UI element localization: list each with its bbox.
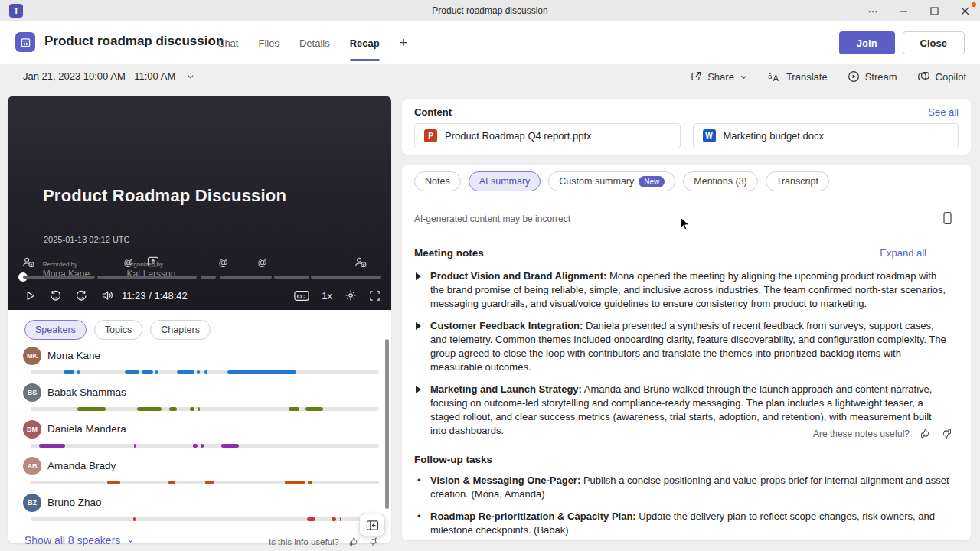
- speaker-row[interactable]: DMDaniela Mandera: [23, 420, 379, 454]
- window-minimize-button[interactable]: [888, 0, 919, 21]
- summary-tab-transcript[interactable]: Transcript: [766, 171, 829, 191]
- speech-segment[interactable]: [190, 407, 194, 411]
- file-chip[interactable]: WMarketing budget.docx: [693, 123, 959, 148]
- timeline-marker[interactable]: @: [217, 256, 229, 268]
- speech-segment[interactable]: [155, 370, 158, 374]
- timeline-marker[interactable]: [354, 256, 368, 268]
- skip-back-button[interactable]: 10: [49, 289, 62, 302]
- speech-segment[interactable]: [169, 407, 177, 411]
- speech-segment[interactable]: [125, 370, 139, 374]
- speech-segment[interactable]: [39, 444, 64, 448]
- thumbs-down-icon[interactable]: [368, 536, 379, 547]
- date-range-picker[interactable]: Jan 21, 2023 10:00 AM - 11:00 AM: [23, 70, 195, 82]
- filter-tab-topics[interactable]: Topics: [94, 320, 142, 340]
- timeline-marker[interactable]: @: [256, 256, 268, 268]
- summary-tab-ai-summary[interactable]: AI summary: [469, 171, 541, 191]
- speech-segment[interactable]: [177, 370, 194, 374]
- share-button[interactable]: Share: [690, 70, 748, 83]
- filter-tab-chapters[interactable]: Chapters: [150, 320, 211, 340]
- window-maximize-button[interactable]: [919, 0, 949, 21]
- captions-button[interactable]: CC: [294, 290, 309, 302]
- meeting-note-item[interactable]: Product Vision and Brand Alignment: Mona…: [414, 269, 950, 311]
- progress-segment[interactable]: [201, 276, 216, 279]
- video-progress-bar[interactable]: [23, 276, 381, 279]
- progress-segment[interactable]: [97, 276, 197, 279]
- left-panel-scrollbar[interactable]: [385, 339, 389, 509]
- play-button[interactable]: [24, 290, 36, 302]
- speech-segment[interactable]: [201, 444, 203, 448]
- expand-all-link[interactable]: Expand all: [880, 247, 926, 259]
- skip-forward-button[interactable]: 10: [75, 289, 88, 302]
- video-player[interactable]: Product Roadmap Discussion 2025-01-13 02…: [8, 96, 391, 310]
- expand-triangle-icon[interactable]: [416, 322, 421, 330]
- speech-segment[interactable]: [77, 407, 105, 411]
- speech-segment[interactable]: [142, 370, 153, 374]
- speech-segment[interactable]: [289, 407, 300, 411]
- summary-tab-notes[interactable]: Notes: [414, 171, 461, 191]
- thumbs-down-icon[interactable]: [941, 428, 952, 439]
- join-button[interactable]: Join: [839, 31, 895, 54]
- speech-segment[interactable]: [332, 517, 337, 521]
- summary-tab-mentions-3-[interactable]: Mentions (3): [683, 171, 757, 191]
- tab-details[interactable]: Details: [299, 21, 330, 64]
- meeting-note-item[interactable]: Customer Feedback Integration: Daniela p…: [414, 319, 950, 374]
- speaker-row[interactable]: ABAmanda Brady: [23, 457, 379, 491]
- speaker-timeline[interactable]: [31, 370, 379, 374]
- speaker-row[interactable]: BZBruno Zhao: [23, 494, 379, 527]
- translate-button[interactable]: āATranslate: [768, 70, 828, 83]
- speech-segment[interactable]: [107, 481, 120, 484]
- speech-segment[interactable]: [227, 370, 296, 374]
- speech-segment[interactable]: [204, 370, 207, 374]
- speaker-timeline[interactable]: [31, 407, 379, 411]
- progress-segment[interactable]: [311, 276, 381, 279]
- close-meeting-button[interactable]: Close: [903, 31, 965, 54]
- show-all-speakers-link[interactable]: Show all 8 speakers: [24, 534, 135, 546]
- playback-speed-button[interactable]: 1x: [322, 290, 332, 302]
- speaker-row[interactable]: BSBabak Shammas: [23, 383, 379, 417]
- speaker-timeline[interactable]: [31, 444, 379, 448]
- speech-segment[interactable]: [308, 481, 312, 484]
- speech-segment[interactable]: [133, 517, 136, 521]
- speech-segment[interactable]: [137, 407, 162, 411]
- speech-segment[interactable]: [168, 481, 175, 484]
- copy-button[interactable]: [942, 211, 952, 225]
- tab-files[interactable]: Files: [258, 21, 279, 64]
- speech-segment[interactable]: [134, 444, 136, 448]
- add-tab-button[interactable]: +: [400, 21, 408, 64]
- speech-segment[interactable]: [285, 481, 304, 484]
- speech-segment[interactable]: [197, 370, 200, 374]
- speech-segment[interactable]: [221, 444, 239, 448]
- speaker-timeline[interactable]: [31, 517, 379, 521]
- speech-segment[interactable]: [193, 444, 198, 448]
- speech-segment[interactable]: [198, 407, 200, 411]
- file-chip[interactable]: PProduct Roadmap Q4 report.pptx: [414, 123, 681, 148]
- speech-segment[interactable]: [307, 517, 315, 521]
- tab-chat[interactable]: Chat: [217, 21, 238, 64]
- speech-segment[interactable]: [305, 407, 324, 411]
- timeline-marker[interactable]: [22, 256, 35, 268]
- tab-recap[interactable]: Recap: [350, 21, 380, 64]
- collapse-panel-button[interactable]: [359, 514, 385, 536]
- copilot-button[interactable]: Copilot: [917, 70, 966, 83]
- expand-triangle-icon[interactable]: [416, 272, 421, 280]
- speech-segment[interactable]: [205, 481, 215, 484]
- volume-button[interactable]: [101, 289, 114, 302]
- stream-button[interactable]: Stream: [848, 70, 897, 83]
- speech-segment[interactable]: [77, 370, 80, 374]
- window-more-button[interactable]: ···: [858, 0, 888, 21]
- summary-tab-custom-summary[interactable]: Custom summaryNew: [548, 171, 675, 191]
- settings-button[interactable]: [345, 289, 357, 302]
- speaker-timeline[interactable]: [31, 481, 379, 484]
- filter-tab-speakers[interactable]: Speakers: [24, 320, 87, 340]
- progress-segment[interactable]: [23, 276, 95, 279]
- expand-triangle-icon[interactable]: [416, 386, 421, 393]
- speech-segment[interactable]: [64, 370, 74, 374]
- progress-segment[interactable]: [220, 276, 272, 279]
- speaker-row[interactable]: MKMona Kane: [23, 347, 379, 380]
- fullscreen-button[interactable]: [369, 290, 381, 302]
- thumbs-up-icon[interactable]: [920, 428, 931, 439]
- thumbs-up-icon[interactable]: [348, 536, 359, 547]
- progress-segment[interactable]: [274, 276, 309, 279]
- see-all-link[interactable]: See all: [928, 106, 959, 118]
- speech-segment[interactable]: [340, 517, 342, 521]
